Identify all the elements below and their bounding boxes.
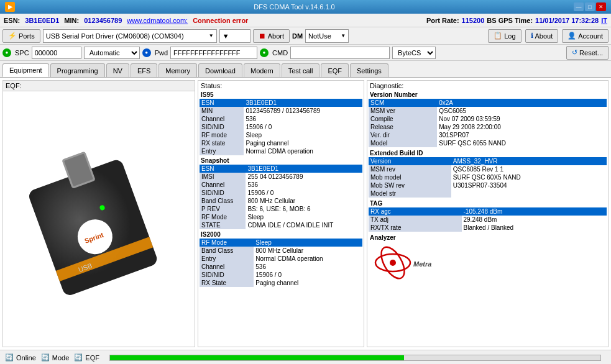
table-row: Band Class800 MHz Cellular xyxy=(200,247,362,255)
toolbar: ⚡ Ports USB Serial Port Driver (CM06008)… xyxy=(0,27,611,45)
maximize-button[interactable]: □ xyxy=(585,2,595,11)
is95-label: IS95 xyxy=(200,91,362,99)
status-panel: Status: IS95 ESN3B1E0ED1MIN0123456789 / … xyxy=(198,80,364,347)
pwd-input[interactable] xyxy=(170,47,257,59)
eqf-panel: EQF: xyxy=(2,80,195,347)
account-button[interactable]: 👤 Account xyxy=(562,29,609,43)
esn-label: ESN: xyxy=(4,17,20,24)
snapshot-label: Snapshot xyxy=(200,157,362,165)
tag-table: RX agc-105.248 dBmTX adj29.248 dBmRX/TX … xyxy=(369,207,607,232)
chevron-down-icon2: ▼ xyxy=(223,32,229,40)
chevron-down-icon3: ▼ xyxy=(341,33,346,39)
dm-label: DM xyxy=(292,32,303,40)
table-row: ModelSURF QSC 6055 NAND xyxy=(369,139,607,147)
tab-equipment[interactable]: Equipment xyxy=(2,63,49,77)
min-value: 0123456789 xyxy=(84,17,122,24)
right-buttons: ↺ Reset... xyxy=(566,46,609,60)
info-icon: ℹ xyxy=(531,32,533,40)
dm-dropdown[interactable]: NotUse ▼ xyxy=(305,29,349,43)
tab-modem[interactable]: Modem xyxy=(244,63,280,77)
mode-spin-icon: 🔄 xyxy=(41,353,50,362)
ext-build-table: VersionAMSS_32_HVRMSM revQSC6085 Rev 1 1… xyxy=(369,157,607,198)
auto-dropdown[interactable]: Automatic xyxy=(84,47,140,59)
tab-test-call[interactable]: Test call xyxy=(282,63,320,77)
esn-value: 3B1E0ED1 xyxy=(25,17,59,24)
table-row: Mob SW revU301SPR07-33504 xyxy=(369,181,607,189)
device-image: Sprint USB xyxy=(3,91,195,347)
bs-gps-label: BS GPS Time: xyxy=(487,17,533,24)
abort-button[interactable]: ⏹ Abort xyxy=(253,29,290,43)
bs-gps-value: 11/01/2017 17:32:28 xyxy=(535,17,599,24)
info-bar: ESN: 3B1E0ED1 MIN: 0123456789 www.cdmato… xyxy=(0,14,611,27)
online-status: 🔄 Online xyxy=(5,353,36,362)
dm-value: NotUse xyxy=(308,32,331,40)
table-row: ESN3B1E0ED1 xyxy=(200,99,362,107)
cmd-input[interactable] xyxy=(290,47,390,59)
metra-logo-svg: Metra xyxy=(371,244,446,281)
main-content: EQF: xyxy=(0,78,611,350)
tab-programming[interactable]: Programming xyxy=(50,63,105,77)
app-icon: ▶ xyxy=(5,2,15,12)
version-table: SCM0x2AMSM verQSC6065CompileNov 07 2009 … xyxy=(369,99,607,147)
table-row: Model str xyxy=(369,189,607,198)
table-row: VersionAMSS_32_HVR xyxy=(369,157,607,165)
chevron-down-icon: ▼ xyxy=(209,33,214,39)
port-rate-value: 115200 xyxy=(462,17,485,24)
eqf-spin-icon: 🔄 xyxy=(74,353,83,362)
analyzer-area: Metra xyxy=(369,242,607,284)
eqf-status-label: EQF xyxy=(85,354,99,362)
spc-input[interactable] xyxy=(32,47,81,59)
title-bar: ▶ DFS CDMA Tool v.14.6.1.0 — □ ✕ xyxy=(0,0,611,14)
port-rate-label: Port Rate: xyxy=(426,17,459,24)
table-row: STATECDMA IDLE / CDMA IDLE INIT xyxy=(200,221,362,229)
table-row: Mob modelSURF QSC 60X5 NAND xyxy=(369,173,607,181)
table-row: TX adj29.248 dBm xyxy=(369,216,607,224)
status-bar: 🔄 Online 🔄 Mode 🔄 EQF xyxy=(0,350,611,364)
analyzer-label: Analyzer xyxy=(369,234,607,242)
table-row: SID/NID15906 / 0 xyxy=(200,271,362,279)
port-dropdown[interactable]: USB Serial Port Driver (CM06008) (COM304… xyxy=(43,29,217,43)
table-row: CompileNov 07 2009 03:59:59 xyxy=(369,115,607,123)
bytecs-dropdown[interactable]: ByteCS xyxy=(392,47,436,59)
abort-label: Abort xyxy=(268,32,284,40)
cmd-label: CMD xyxy=(272,49,288,57)
about-button[interactable]: ℹ About xyxy=(525,29,559,43)
tab-memory[interactable]: Memory xyxy=(158,63,197,77)
is95-table: ESN3B1E0ED1MIN0123456789 / 0123456789Cha… xyxy=(200,99,362,155)
minimize-button[interactable]: — xyxy=(574,2,584,11)
tab-efs[interactable]: EFS xyxy=(131,63,157,77)
tab-download[interactable]: Download xyxy=(198,63,242,77)
progress-bar xyxy=(110,355,404,360)
diag-panel: Diagnostic: Version Number SCM0x2AMSM ve… xyxy=(367,80,609,347)
is2000-label: IS2000 xyxy=(200,230,362,239)
tab-eqf[interactable]: EQF xyxy=(321,63,349,77)
ports-label: Ports xyxy=(19,32,35,40)
table-row: MSM verQSC6065 xyxy=(369,107,607,115)
info-right: Port Rate: 115200 BS GPS Time: 11/01/201… xyxy=(426,17,607,24)
svg-text:Metra: Metra xyxy=(413,260,431,268)
table-row: RF ModeSleep xyxy=(200,239,362,247)
tag-label: TAG xyxy=(369,199,607,207)
it-link[interactable]: IT xyxy=(601,17,607,24)
min-label: MIN: xyxy=(64,17,79,24)
pwd-circle-icon: ● xyxy=(142,48,151,57)
log-button[interactable]: 📋 Log xyxy=(488,29,521,43)
table-row: ReleaseMay 29 2008 22:00:00 xyxy=(369,123,607,131)
pwd-label: Pwd xyxy=(155,49,168,57)
tab-settings[interactable]: Settings xyxy=(350,63,388,77)
window-controls: — □ ✕ xyxy=(574,2,606,11)
table-row: MIN0123456789 / 0123456789 xyxy=(200,107,362,115)
reset-button[interactable]: ↺ Reset... xyxy=(566,46,609,60)
port-extra-dropdown[interactable]: ▼ xyxy=(219,29,250,43)
site-link[interactable]: www.cdmatool.com: xyxy=(127,17,188,24)
online-label: Online xyxy=(16,354,36,362)
port-value: USB Serial Port Driver (CM06008) (COM304… xyxy=(46,32,184,40)
close-button[interactable]: ✕ xyxy=(596,2,606,11)
ports-button[interactable]: ⚡ Ports xyxy=(2,29,40,43)
table-row: SID/NID15906 / 0 xyxy=(200,189,362,197)
table-row: RX agc-105.248 dBm xyxy=(369,207,607,216)
tab-nv[interactable]: NV xyxy=(106,63,129,77)
reset-label: Reset... xyxy=(579,49,603,57)
table-row: IMSI255 04 0123456789 xyxy=(200,173,362,181)
table-row: Channel536 xyxy=(200,181,362,189)
